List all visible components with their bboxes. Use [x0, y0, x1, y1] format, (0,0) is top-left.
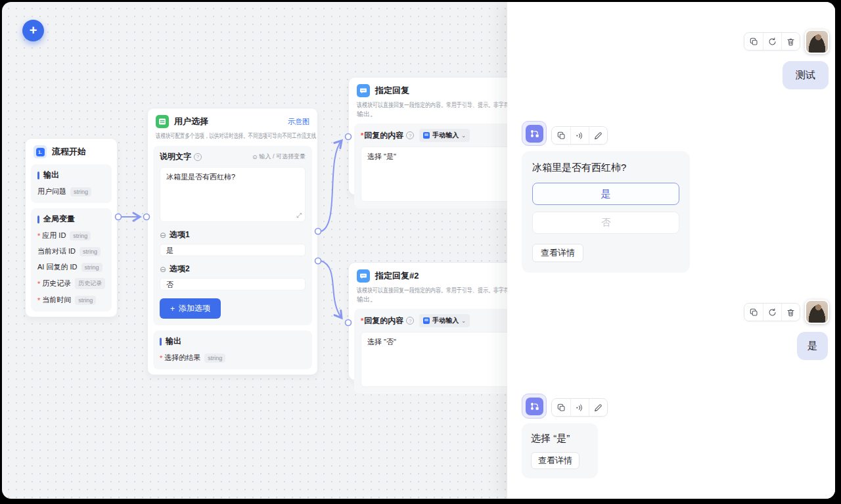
output-heading: 输出 — [160, 336, 306, 347]
type-badge: string — [204, 354, 225, 363]
read-aloud-button[interactable] — [570, 399, 589, 416]
help-icon[interactable]: ? — [406, 317, 414, 325]
flow-start-icon: 1. — [34, 145, 47, 158]
option2-label-row: ⊖ 选项2 — [160, 263, 306, 275]
type-badge: string — [80, 247, 101, 256]
retry-button[interactable] — [763, 33, 781, 50]
option1-input[interactable]: 是 — [160, 244, 306, 256]
var-row: * 选择的结果 string — [160, 353, 306, 363]
var-row: * 当前时间 string — [37, 295, 105, 305]
manual-input-icon — [423, 132, 430, 139]
trash-icon — [788, 309, 794, 316]
bot-reply-text: 选择 “是” — [531, 432, 589, 445]
flow-start-output-section: 输出 用户问题 string — [31, 164, 112, 203]
type-badge: string — [70, 187, 91, 196]
diagram-link[interactable]: 示意图 — [288, 117, 309, 127]
input-mode-select[interactable]: 手动输入 ⌄ — [419, 314, 470, 327]
copy-button[interactable] — [744, 304, 763, 321]
view-details-button[interactable]: 查看详情 — [531, 452, 580, 469]
var-name: 应用 ID — [42, 231, 66, 241]
edit-button[interactable] — [589, 399, 607, 416]
user-message2-toolbar — [744, 303, 800, 321]
test-chat-panel: 测试 冰箱里是否有西红柿? 是 否 查看详情 — [507, 2, 835, 499]
flow-start-globals-section: 全局变量 * 应用 ID string 当前对话 ID string AI 回复… — [31, 208, 112, 311]
delete-button[interactable] — [781, 33, 800, 50]
input-hint: ⊙ 输入 / 可选择变量 — [252, 152, 306, 161]
chevron-down-icon: ⌄ — [461, 318, 466, 324]
user-select-icon — [156, 115, 169, 128]
user-message-1: 测试 — [783, 61, 829, 89]
option1-label-row: ⊖ 选项1 — [160, 229, 306, 241]
bot-message1-toolbar — [551, 126, 608, 145]
read-aloud-button[interactable] — [570, 127, 589, 144]
globals-heading: 全局变量 — [37, 214, 105, 225]
content-label: 回复的内容 — [364, 315, 403, 327]
bot-message-2-card: 选择 “是” 查看详情 — [522, 423, 598, 478]
var-row: * 历史记录 历史记录 — [37, 278, 105, 289]
output-heading: 输出 — [37, 170, 105, 181]
bot-question: 冰箱里是否有西红柿? — [532, 162, 679, 174]
user-avatar[interactable] — [805, 30, 829, 54]
flow-start-header: 1. 流程开始 — [26, 139, 117, 162]
reply-icon — [357, 84, 370, 97]
prompt-textarea[interactable]: 冰箱里是否有西红柿? ⤢ — [160, 167, 306, 222]
bot-message-1-card: 冰箱里是否有西红柿? 是 否 查看详情 — [522, 151, 690, 273]
option1-label: 选项1 — [170, 229, 190, 241]
var-name: 用户问题 — [37, 187, 66, 196]
choice-no-button[interactable]: 否 — [532, 212, 679, 234]
delete-button[interactable] — [781, 304, 800, 321]
workflow-bot-icon — [526, 398, 543, 415]
add-option-button[interactable]: + 添加选项 — [160, 298, 221, 319]
view-details-button[interactable]: 查看详情 — [532, 244, 583, 262]
voice-icon — [576, 135, 578, 136]
remove-option-icon[interactable]: ⊖ — [160, 265, 166, 274]
input-mode-select[interactable]: 手动输入 ⌄ — [419, 129, 470, 142]
var-name: 选择的结果 — [164, 353, 200, 363]
add-node-button[interactable]: + — [22, 20, 44, 41]
retry-button[interactable] — [763, 304, 781, 321]
reply-icon — [357, 269, 370, 283]
var-name: 当前时间 — [42, 295, 71, 305]
manual-input-icon — [423, 317, 430, 324]
edit-icon — [595, 404, 602, 411]
required-marker: * — [361, 131, 363, 139]
chevron-down-icon: ⌄ — [461, 133, 466, 139]
type-badge: string — [81, 263, 102, 272]
user-message-2: 是 — [797, 332, 828, 360]
user-select-header: 用户选择 示意图 — [148, 108, 317, 131]
choice-yes-button[interactable]: 是 — [532, 183, 679, 205]
user-message1-toolbar — [744, 32, 800, 51]
expand-icon[interactable]: ⤢ — [296, 212, 302, 219]
var-name: 历史记录 — [42, 279, 71, 288]
user-avatar[interactable] — [805, 300, 829, 324]
copy-button[interactable] — [552, 399, 570, 416]
plus-icon: + — [170, 304, 175, 313]
reply2-title: 指定回复#2 — [375, 270, 419, 282]
bot-avatar — [522, 121, 547, 146]
required-marker: * — [361, 317, 363, 325]
remove-option-icon[interactable]: ⊖ — [160, 231, 166, 240]
type-badge: string — [70, 231, 91, 241]
bot-message2-toolbar — [551, 398, 608, 417]
option2-input[interactable]: 否 — [160, 278, 306, 290]
insert-variable-icon: ⊙ — [252, 154, 258, 160]
user-select-config: 说明文字 ? ⊙ 输入 / 可选择变量 冰箱里是否有西红柿? ⤢ ⊖ 选项1 是 — [153, 146, 312, 325]
node-user-select[interactable]: 用户选择 示意图 该模块可配置多个选项，以供对话时选择。不同选项可导向不同工作流… — [147, 108, 318, 375]
help-icon[interactable]: ? — [194, 153, 202, 161]
app-window: + 1. 流程开始 输出 用户问题 string 全局变量 * — [2, 2, 835, 499]
prompt-label: 说明文字 — [160, 151, 191, 162]
help-icon[interactable]: ? — [406, 131, 414, 139]
option2-label: 选项2 — [170, 263, 190, 275]
var-row: 用户问题 string — [37, 187, 105, 196]
edit-button[interactable] — [589, 127, 607, 144]
prompt-label-row: 说明文字 ? ⊙ 输入 / 可选择变量 — [160, 151, 306, 162]
voice-icon — [576, 407, 578, 408]
node-flow-start[interactable]: 1. 流程开始 输出 用户问题 string 全局变量 * 应用 ID stri… — [25, 138, 118, 317]
copy-button[interactable] — [552, 127, 570, 144]
user-select-output-section: 输出 * 选择的结果 string — [153, 331, 312, 369]
user-select-description: 该模块可配置多个选项，以供对话时选择。不同选项可导向不同工作流支线 — [148, 131, 317, 141]
workflow-bot-icon — [526, 125, 543, 143]
copy-button[interactable] — [744, 33, 763, 50]
type-badge: 历史记录 — [75, 278, 105, 289]
required-marker: * — [37, 232, 40, 240]
